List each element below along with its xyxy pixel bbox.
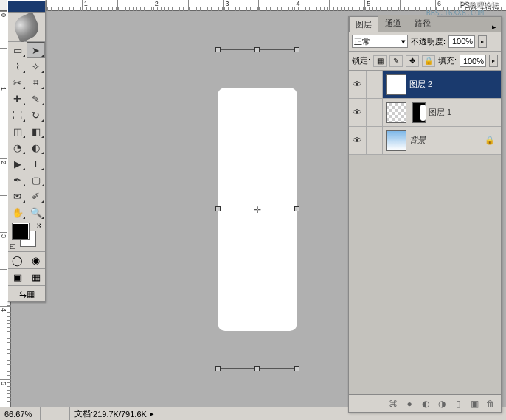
visibility-toggle[interactable]: 👁 <box>349 99 367 126</box>
lock-icon: 🔒 <box>485 136 495 145</box>
magic-wand-tool[interactable]: ✧ <box>27 58 45 74</box>
layer-row[interactable]: 👁 背景 🔒 <box>349 127 501 155</box>
app-logo[interactable] <box>8 13 45 42</box>
default-colors-icon[interactable]: ◱ <box>10 242 16 250</box>
color-swatches: ⤭ ◱ <box>8 220 45 251</box>
panel-menu-button[interactable]: ▸ <box>488 22 501 32</box>
lock-pixels-button[interactable]: ✎ <box>389 55 403 67</box>
layer-thumbnail[interactable] <box>386 130 406 151</box>
opacity-input[interactable]: 100% <box>448 35 475 48</box>
fill-slider-button[interactable]: ▸ <box>489 55 498 67</box>
eyedropper-tool[interactable]: ✐ <box>27 188 45 204</box>
lock-all-button[interactable]: 🔒 <box>422 55 435 67</box>
jump-to-imageready-button[interactable]: ⇆▦ <box>8 285 45 301</box>
transform-handle-bl[interactable] <box>215 366 221 371</box>
eraser-tool[interactable]: ◫ <box>8 123 27 139</box>
zoom-tool[interactable]: 🔍 <box>27 204 45 220</box>
type-tool[interactable]: T <box>27 155 45 172</box>
visibility-toggle[interactable]: 👁 <box>349 71 367 98</box>
layer-thumbnail[interactable] <box>386 102 406 123</box>
gradient-tool[interactable]: ◧ <box>27 123 45 139</box>
standard-mode-button[interactable]: ◯ <box>8 252 27 268</box>
layer-name[interactable]: 背景 <box>409 135 426 146</box>
free-transform-bounds[interactable]: ✛ <box>218 49 297 369</box>
link-toggle[interactable] <box>367 99 383 126</box>
dodge-tool[interactable]: ◐ <box>27 139 45 155</box>
healing-brush-tool[interactable]: ✚ <box>8 91 27 107</box>
fill-label: 填充: <box>438 55 457 66</box>
layer-thumbnail[interactable] <box>386 74 406 95</box>
tab-layers[interactable]: 图层 <box>349 16 378 32</box>
hand-tool[interactable]: ✋ <box>8 204 27 220</box>
transform-handle-mr[interactable] <box>294 206 299 211</box>
opacity-label: 不透明度: <box>411 36 446 47</box>
path-selection-tool[interactable]: ▶ <box>8 155 27 172</box>
new-layer-button[interactable]: ▣ <box>467 397 482 410</box>
document-size[interactable]: 文档:219.7K/791.6K▸ <box>70 407 159 420</box>
layers-panel-footer: ⌘ ● ◐ ◑ ▯ ▣ 🗑 <box>349 394 501 412</box>
feather-icon <box>11 11 43 43</box>
transform-handle-br[interactable] <box>294 366 299 371</box>
shape-tool[interactable]: ▢ <box>27 172 45 188</box>
transform-handle-ml[interactable] <box>215 206 221 211</box>
transform-handle-tr[interactable] <box>294 47 299 52</box>
transform-handle-tl[interactable] <box>215 47 221 52</box>
transform-handle-tm[interactable] <box>254 47 260 52</box>
tab-channels[interactable]: 通道 <box>378 15 408 32</box>
transform-handle-bm[interactable] <box>254 366 260 371</box>
chevron-down-icon: ▾ <box>401 37 406 46</box>
layer-row[interactable]: 👁 图层 2 <box>349 71 501 99</box>
transform-center-icon[interactable]: ✛ <box>253 205 262 214</box>
tab-paths[interactable]: 路径 <box>408 15 437 32</box>
layers-panel: 图层 通道 路径 ▸ 正常▾ 不透明度: 100% ▸ 锁定: ▦ ✎ ✥ 🔒 … <box>348 16 502 413</box>
watermark-url: BBS.16XX8.COM <box>426 9 484 17</box>
layer-mask-button[interactable]: ◐ <box>418 397 433 410</box>
layer-row[interactable]: 👁 图层 1 <box>349 99 501 127</box>
fill-input[interactable]: 100% <box>460 55 486 67</box>
layer-style-button[interactable]: ● <box>402 397 417 410</box>
screen-mode-full[interactable]: ▦ <box>27 269 45 285</box>
zoom-level[interactable]: 66.67% <box>0 407 41 420</box>
layer-group-button[interactable]: ▯ <box>451 397 465 410</box>
tools-palette-titlebar[interactable] <box>8 1 45 13</box>
lock-transparency-button[interactable]: ▦ <box>373 55 387 67</box>
quickmask-mode-button[interactable]: ◉ <box>27 252 45 268</box>
link-toggle[interactable] <box>367 127 383 154</box>
foreground-color[interactable] <box>13 223 29 239</box>
lock-position-button[interactable]: ✥ <box>406 55 419 67</box>
layer-list: 👁 图层 2 👁 图层 1 👁 背景 🔒 <box>349 71 501 394</box>
clone-stamp-tool[interactable]: ⛶ <box>8 107 27 123</box>
link-layers-button[interactable]: ⌘ <box>386 397 401 410</box>
pen-tool[interactable]: ✒ <box>8 172 27 188</box>
delete-layer-button[interactable]: 🗑 <box>483 397 498 410</box>
panel-tabs: 图层 通道 路径 ▸ <box>349 17 501 32</box>
layer-name[interactable]: 图层 1 <box>429 107 451 118</box>
crop-tool[interactable]: ✂ <box>8 74 27 91</box>
screen-mode-standard[interactable]: ▣ <box>8 269 27 285</box>
scroll-gutter[interactable] <box>41 407 70 420</box>
notes-tool[interactable]: ✉ <box>8 188 27 204</box>
chevron-right-icon: ▸ <box>150 409 154 419</box>
lock-label: 锁定: <box>352 55 370 66</box>
marquee-tool[interactable]: ▭ <box>8 42 27 58</box>
tools-palette: ▭ ➤ ⌇ ✧ ✂ ⌗ ✚ ✎ ⛶ ↻ ◫ ◧ ◔ ◐ ▶ T ✒ ▢ ✉ ✐ … <box>7 0 46 302</box>
layer-mask-thumbnail[interactable] <box>412 102 426 123</box>
lasso-tool[interactable]: ⌇ <box>8 58 27 74</box>
link-toggle[interactable] <box>367 71 383 98</box>
adjustment-layer-button[interactable]: ◑ <box>434 397 449 410</box>
blur-tool[interactable]: ◔ <box>8 139 27 155</box>
move-tool[interactable]: ➤ <box>27 42 45 58</box>
history-brush-tool[interactable]: ↻ <box>27 107 45 123</box>
opacity-slider-button[interactable]: ▸ <box>478 35 487 48</box>
swap-colors-icon[interactable]: ⤭ <box>36 222 42 229</box>
brush-tool[interactable]: ✎ <box>27 91 45 107</box>
visibility-toggle[interactable]: 👁 <box>349 127 367 154</box>
blend-mode-select[interactable]: 正常▾ <box>352 35 408 48</box>
slice-tool[interactable]: ⌗ <box>27 74 45 91</box>
layer-name[interactable]: 图层 2 <box>409 79 432 90</box>
